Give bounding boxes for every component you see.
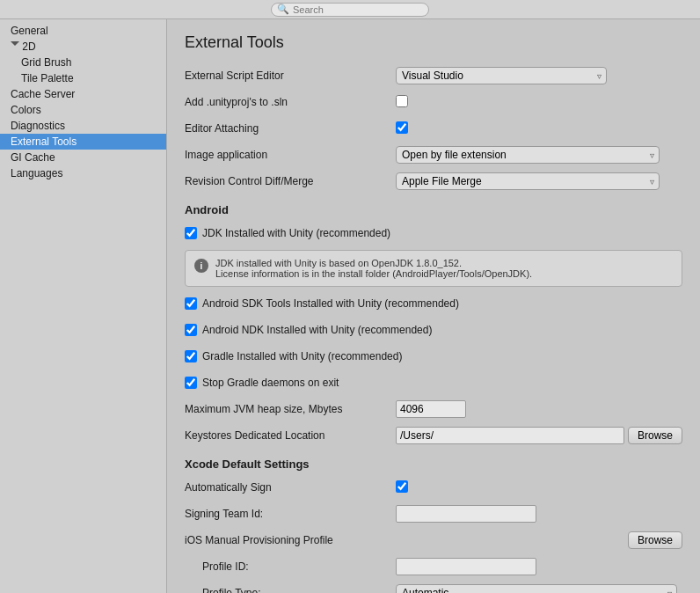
search-bar[interactable]: 🔍 [271,3,429,17]
search-icon: 🔍 [277,4,289,15]
android-ndk-label: Android NDK Installed with Unity (recomm… [202,324,432,336]
page-title: External Tools [185,33,682,52]
auto-sign-checkbox[interactable] [396,480,408,493]
max-jvm-row: Maximum JVM heap size, Mbytes [185,399,682,419]
editor-attaching-row: Editor Attaching [185,119,682,138]
sidebar-item-tile-palette[interactable]: Tile Palette [0,70,166,86]
jdk-info-text: JDK installed with Unity is based on Ope… [215,258,532,279]
ios-profile-row: iOS Manual Provisioning Profile Browse [185,531,682,550]
revision-control-control: Apple File Merge SourceTree Other ▿ [396,172,682,190]
jdk-info-box: i JDK installed with Unity is based on O… [185,250,682,287]
jdk-label: JDK Installed with Unity (recommended) [202,227,390,239]
revision-control-select-wrapper: Apple File Merge SourceTree Other ▿ [396,172,660,190]
sidebar-item-gi-cache[interactable]: GI Cache [0,150,166,165]
android-sdk-label: Android SDK Tools Installed with Unity (… [202,297,459,310]
image-application-control: Open by file extension Other ▿ [396,146,682,164]
ios-profile-id-input[interactable] [396,558,536,575]
max-jvm-input[interactable] [396,400,466,418]
add-unityproj-row: Add .unityproj's to .sln [185,92,682,112]
image-application-label: Image application [185,149,396,161]
sidebar-item-cache-server[interactable]: Cache Server [0,86,166,102]
add-unityproj-control [396,95,682,110]
revision-control-label: Revision Control Diff/Merge [185,175,396,187]
ios-profile-type-select[interactable]: Automatic Development Distribution [396,584,677,593]
image-application-row: Image application Open by file extension… [185,145,682,165]
external-script-editor-row: External Script Editor Visual Studio Mon… [185,66,682,85]
signing-team-row: Signing Team Id: [185,504,682,523]
content-area: External Tools External Script Editor Vi… [167,19,700,593]
signing-team-control [396,505,682,523]
sidebar-item-external-tools[interactable]: External Tools [0,134,166,150]
jdk-row: JDK Installed with Unity (recommended) [185,223,682,243]
auto-sign-label: Automatically Sign [185,481,396,494]
keystores-input[interactable] [396,427,624,444]
ios-profile-type-label: Profile Type: [185,587,396,593]
main-layout: General 2D Grid Brush Tile Palette Cache… [0,19,700,593]
editor-attaching-control [396,121,682,136]
ios-profile-id-row: Profile ID: [185,557,682,576]
sidebar-item-colors[interactable]: Colors [0,102,166,118]
keystores-browse-button[interactable]: Browse [628,427,682,444]
auto-sign-row: Automatically Sign [185,478,682,497]
editor-attaching-label: Editor Attaching [185,122,396,135]
stop-gradle-row: Stop Gradle daemons on exit [185,373,682,392]
android-ndk-checkbox[interactable] [185,324,197,336]
sidebar-item-languages[interactable]: Languages [0,165,166,181]
signing-team-label: Signing Team Id: [185,508,396,520]
ios-profile-type-control: Automatic Development Distribution ▿ [396,584,682,593]
android-sdk-row: Android SDK Tools Installed with Unity (… [185,294,682,313]
android-section-heading: Android [185,203,682,216]
stop-gradle-label: Stop Gradle daemons on exit [202,377,339,389]
external-script-editor-control: Visual Studio MonoDevelop Visual Studio … [396,67,682,84]
max-jvm-control [396,400,682,418]
ios-profile-browse-button[interactable]: Browse [628,531,682,549]
keystores-row: Keystores Dedicated Location Browse [185,426,682,445]
ios-profile-type-select-wrapper: Automatic Development Distribution ▿ [396,584,677,593]
keystores-label: Keystores Dedicated Location [185,429,396,442]
top-bar: 🔍 [0,0,700,19]
external-script-editor-select[interactable]: Visual Studio MonoDevelop Visual Studio … [396,67,607,84]
search-input[interactable] [293,4,423,15]
external-script-editor-label: External Script Editor [185,70,396,82]
image-application-select-wrapper: Open by file extension Other ▿ [396,146,660,164]
expand-icon-2d [11,41,19,50]
gradle-checkbox[interactable] [185,350,197,362]
revision-control-select[interactable]: Apple File Merge SourceTree Other [396,172,660,190]
gradle-row: Gradle Installed with Unity (recommended… [185,347,682,366]
sidebar-item-2d[interactable]: 2D [0,39,166,55]
sidebar-item-grid-brush[interactable]: Grid Brush [0,55,166,70]
editor-attaching-checkbox[interactable] [396,121,408,134]
revision-control-row: Revision Control Diff/Merge Apple File M… [185,172,682,191]
gradle-label: Gradle Installed with Unity (recommended… [202,350,402,362]
stop-gradle-checkbox[interactable] [185,377,197,389]
add-unityproj-checkbox[interactable] [396,95,408,107]
ios-profile-control: Browse [396,531,682,549]
external-script-editor-select-wrapper: Visual Studio MonoDevelop Visual Studio … [396,67,607,84]
keystores-control: Browse [396,427,682,444]
sidebar-item-general[interactable]: General [0,23,166,39]
info-icon: i [194,259,208,273]
jdk-checkbox[interactable] [185,227,197,239]
ios-profile-id-control [396,558,682,575]
signing-team-input[interactable] [396,505,536,523]
max-jvm-label: Maximum JVM heap size, Mbytes [185,403,396,415]
sidebar: General 2D Grid Brush Tile Palette Cache… [0,19,167,593]
android-ndk-row: Android NDK Installed with Unity (recomm… [185,320,682,340]
android-sdk-checkbox[interactable] [185,297,197,310]
auto-sign-control [396,480,682,495]
image-application-select[interactable]: Open by file extension Other [396,146,660,164]
xcode-section-heading: Xcode Default Settings [185,458,682,471]
ios-profile-label: iOS Manual Provisioning Profile [185,534,396,546]
add-unityproj-label: Add .unityproj's to .sln [185,96,396,108]
sidebar-item-diagnostics[interactable]: Diagnostics [0,118,166,134]
ios-profile-type-row: Profile Type: Automatic Development Dist… [185,583,682,593]
ios-profile-id-label: Profile ID: [185,560,396,573]
